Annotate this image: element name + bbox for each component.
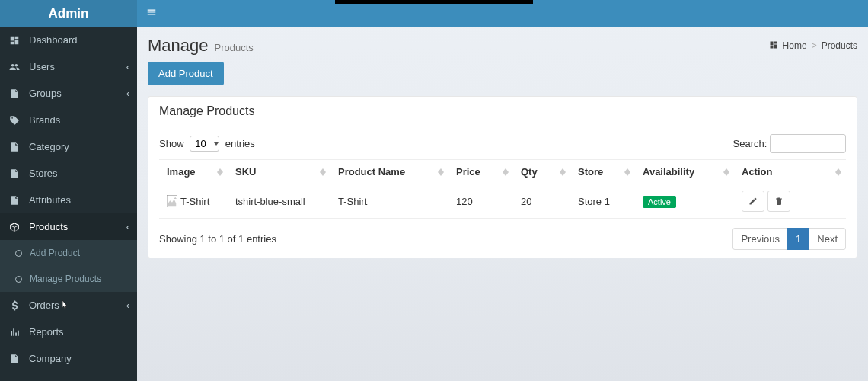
- sort-icon: [320, 168, 326, 176]
- table-info: Showing 1 to 1 of 1 entries: [159, 233, 276, 245]
- hamburger-icon[interactable]: [146, 7, 157, 20]
- sort-icon: [503, 168, 509, 176]
- page-subtitle: Products: [215, 42, 254, 53]
- sidebar: Dashboard Users Groups Brands Category S…: [0, 27, 137, 381]
- sidebar-item-label: Attributes: [29, 194, 71, 206]
- circle-icon: [15, 250, 22, 257]
- sidebar-item-company[interactable]: Company: [0, 345, 137, 372]
- th-availability[interactable]: Availability: [635, 160, 734, 184]
- cube-icon: [9, 222, 24, 232]
- sidebar-item-brands[interactable]: Brands: [0, 107, 137, 133]
- search-input[interactable]: [770, 134, 846, 153]
- show-entries-select[interactable]: 10: [190, 136, 219, 152]
- files-icon: [9, 195, 24, 206]
- breadcrumb: Home > Products: [769, 40, 857, 52]
- show-prefix-text: Show: [159, 138, 184, 149]
- page-title: Manage: [148, 36, 209, 56]
- th-store[interactable]: Store: [570, 160, 635, 184]
- cell-sku: tshirt-blue-small: [228, 184, 330, 219]
- show-entries-control: Show 10 entries: [159, 136, 255, 152]
- files-icon: [9, 168, 24, 179]
- cursor-icon: [59, 298, 70, 312]
- sidebar-item-reports[interactable]: Reports: [0, 319, 137, 345]
- sidebar-item-dashboard[interactable]: Dashboard: [0, 27, 137, 53]
- sidebar-item-orders[interactable]: Orders: [0, 292, 137, 319]
- th-action[interactable]: Action: [734, 160, 846, 184]
- sidebar-item-label: Dashboard: [29, 34, 78, 46]
- sort-icon: [624, 168, 630, 176]
- sidebar-item-stores[interactable]: Stores: [0, 160, 137, 187]
- sidebar-item-attributes[interactable]: Attributes: [0, 187, 137, 213]
- sidebar-item-label: Brands: [29, 114, 60, 126]
- sort-icon: [835, 168, 841, 176]
- sort-icon: [723, 168, 729, 176]
- th-price[interactable]: Price: [448, 160, 513, 184]
- main-content: Manage Products Home > Products Add Prod…: [137, 27, 868, 381]
- cell-product-name: T-Shirt: [330, 184, 448, 219]
- products-table: Image SKU Product Name Price Qty Store A…: [159, 159, 846, 219]
- sidebar-sub-products: Add Product Manage Products: [0, 240, 137, 292]
- delete-button[interactable]: [767, 190, 790, 212]
- sidebar-item-label: Company: [29, 353, 72, 364]
- pagination: Previous 1 Next: [733, 228, 846, 250]
- pager-prev[interactable]: Previous: [732, 228, 788, 250]
- broken-image-icon: [167, 195, 177, 207]
- sidebar-item-category[interactable]: Category: [0, 133, 137, 160]
- brand-logo[interactable]: Admin: [0, 0, 137, 27]
- products-panel: Manage Products Show 10 entries Search:: [148, 96, 857, 258]
- users-icon: [9, 62, 24, 72]
- show-suffix-text: entries: [225, 138, 255, 149]
- search-label: Search:: [733, 138, 767, 149]
- sidebar-item-label: Groups: [29, 88, 62, 99]
- sidebar-item-label: Orders: [29, 299, 59, 311]
- circle-icon: [15, 276, 22, 283]
- panel-title: Manage Products: [148, 97, 857, 126]
- sidebar-subitem-manage-products[interactable]: Manage Products: [0, 266, 137, 292]
- sort-icon: [217, 168, 223, 176]
- dashboard-icon: [9, 35, 24, 46]
- cell-store: Store 1: [570, 184, 635, 219]
- sidebar-subitem-label: Manage Products: [30, 274, 101, 284]
- search-control: Search:: [733, 134, 846, 153]
- sidebar-item-label: Products: [29, 221, 68, 232]
- sidebar-item-profile[interactable]: Profile: [0, 372, 137, 381]
- add-product-button[interactable]: Add Product: [148, 62, 224, 85]
- files-icon: [9, 354, 24, 364]
- sidebar-item-users[interactable]: Users: [0, 53, 137, 80]
- chart-icon: [9, 327, 24, 338]
- sort-icon: [438, 168, 444, 176]
- top-dark-bar: [335, 0, 533, 4]
- pager-next[interactable]: Next: [809, 228, 846, 250]
- sidebar-item-products[interactable]: Products: [0, 213, 137, 240]
- files-icon: [9, 88, 24, 99]
- cell-qty: 20: [513, 184, 570, 219]
- sidebar-item-label: Reports: [29, 326, 64, 338]
- sidebar-item-label: Category: [29, 141, 69, 152]
- breadcrumb-home[interactable]: Home: [783, 40, 807, 51]
- image-alt-text: T-Shirt: [180, 196, 209, 207]
- dollar-icon: [9, 300, 24, 311]
- dashboard-icon: [769, 40, 778, 52]
- breadcrumb-current: Products: [822, 40, 857, 51]
- table-row: T-Shirt tshirt-blue-small T-Shirt 120 20…: [159, 184, 846, 219]
- th-qty[interactable]: Qty: [513, 160, 570, 184]
- sidebar-item-label: Stores: [29, 168, 58, 179]
- tag-icon: [9, 115, 24, 126]
- edit-button[interactable]: [742, 190, 764, 212]
- th-image[interactable]: Image: [159, 160, 228, 184]
- sort-icon: [560, 168, 566, 176]
- cell-price: 120: [448, 184, 513, 219]
- sidebar-item-label: Users: [29, 61, 55, 72]
- status-badge: Active: [643, 196, 676, 208]
- image-cell: T-Shirt: [167, 195, 220, 207]
- sidebar-subitem-label: Add Product: [30, 248, 80, 258]
- sidebar-item-groups[interactable]: Groups: [0, 80, 137, 107]
- files-icon: [9, 142, 24, 152]
- th-sku[interactable]: SKU: [228, 160, 330, 184]
- th-product-name[interactable]: Product Name: [330, 160, 448, 184]
- sidebar-subitem-add-product[interactable]: Add Product: [0, 240, 137, 266]
- pager-page-1[interactable]: 1: [787, 228, 809, 250]
- breadcrumb-sep: >: [812, 40, 817, 51]
